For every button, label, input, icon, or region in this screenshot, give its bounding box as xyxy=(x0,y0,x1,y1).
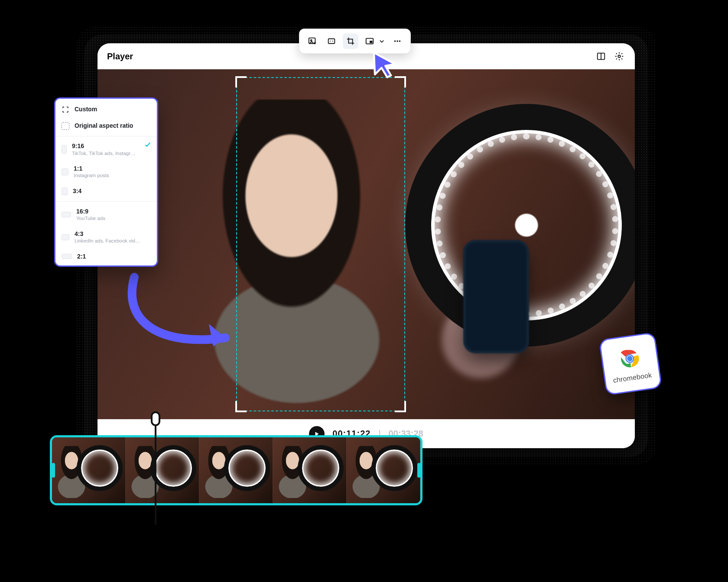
timeline-thumb[interactable] xyxy=(52,437,126,503)
chromebook-label: chromebook xyxy=(613,372,653,385)
aspect-label: 16:9 xyxy=(76,208,105,216)
player-window: Player 00:11:22 | 00:33:28 xyxy=(98,43,635,448)
demo-cursor-icon xyxy=(369,50,400,82)
crop-button[interactable] xyxy=(343,33,358,49)
header-icon-group xyxy=(595,50,625,62)
selected-check-icon xyxy=(144,141,152,150)
add-image-button[interactable] xyxy=(305,33,320,49)
ratio-shape-icon xyxy=(62,212,71,217)
picture-in-picture-dropdown[interactable] xyxy=(377,33,386,49)
timeline-thumb[interactable] xyxy=(347,437,420,503)
original-ratio-icon xyxy=(62,122,69,130)
aspect-label: 2:1 xyxy=(77,253,86,261)
clip-trim-handle-right[interactable] xyxy=(417,463,421,478)
settings-gear-icon[interactable] xyxy=(613,50,625,62)
aspect-label: 4:3 xyxy=(75,230,140,238)
fit-button[interactable] xyxy=(324,33,339,49)
ratio-shape-icon xyxy=(62,254,72,259)
aspect-sub: LinkedIn ads, Facebook vid… xyxy=(75,238,140,244)
crop-handle-top-left[interactable] xyxy=(235,76,247,87)
timeline-thumb[interactable] xyxy=(199,437,273,503)
aspect-option-16-9[interactable]: 16:9 YouTube ads xyxy=(55,201,157,226)
aspect-option-original[interactable]: Original aspect ratio xyxy=(55,118,157,134)
crop-handle-bottom-left[interactable] xyxy=(235,401,247,412)
crop-selection[interactable] xyxy=(236,77,405,411)
picture-in-picture-group xyxy=(362,33,386,49)
aspect-label: Original aspect ratio xyxy=(75,122,133,130)
crop-handle-bottom-right[interactable] xyxy=(395,401,406,412)
split-view-icon[interactable] xyxy=(595,50,607,62)
svg-point-10 xyxy=(394,40,396,42)
aspect-sub: YouTube ads xyxy=(76,215,105,221)
timeline-filmstrip[interactable] xyxy=(50,435,422,505)
ratio-shape-icon xyxy=(62,188,68,195)
svg-point-2 xyxy=(618,55,621,58)
chrome-logo-icon xyxy=(615,344,644,373)
aspect-option-1-1[interactable]: 1:1 Instagram posts xyxy=(55,161,157,183)
playhead-stem xyxy=(155,425,156,525)
timeline-thumb[interactable] xyxy=(126,437,199,503)
aspect-label: Custom xyxy=(75,106,97,113)
clip-trim-handle-left[interactable] xyxy=(52,463,55,478)
aspect-option-9-16[interactable]: 9:16 TikTok, TikTok ads, Instagr… xyxy=(55,136,157,161)
svg-rect-5 xyxy=(328,39,335,44)
guide-arrow-icon xyxy=(117,273,247,361)
video-phone xyxy=(466,242,526,351)
aspect-option-custom[interactable]: Custom xyxy=(55,101,157,118)
svg-point-12 xyxy=(399,40,401,42)
aspect-option-3-4[interactable]: 3:4 xyxy=(55,183,157,200)
svg-point-7 xyxy=(332,41,333,42)
timeline-thumb[interactable] xyxy=(273,437,347,503)
chromebook-badge: chromebook xyxy=(599,332,663,396)
ratio-shape-icon xyxy=(62,168,68,175)
aspect-option-2-1[interactable]: 2:1 xyxy=(55,249,157,265)
playhead-knob[interactable] xyxy=(151,411,160,426)
ratio-shape-icon xyxy=(62,145,67,154)
svg-point-11 xyxy=(396,40,398,42)
video-canvas[interactable] xyxy=(98,69,635,419)
aspect-label: 3:4 xyxy=(73,188,81,195)
aspect-label: 1:1 xyxy=(74,165,109,173)
aspect-label: 9:16 xyxy=(72,142,136,150)
aspect-ratio-panel: Custom Original aspect ratio 9:16 TikTok… xyxy=(54,97,158,267)
player-title: Player xyxy=(107,52,133,61)
aspect-option-4-3[interactable]: 4:3 LinkedIn ads, Facebook vid… xyxy=(55,226,157,249)
aspect-sub: TikTok, TikTok ads, Instagr… xyxy=(72,150,136,156)
svg-rect-9 xyxy=(370,41,372,43)
more-options-button[interactable] xyxy=(390,33,405,49)
ratio-shape-icon xyxy=(62,234,69,240)
svg-point-4 xyxy=(311,40,312,41)
timeline-playhead[interactable] xyxy=(151,411,160,525)
aspect-sub: Instagram posts xyxy=(74,172,109,178)
picture-in-picture-button[interactable] xyxy=(362,33,377,49)
custom-crop-icon xyxy=(62,106,69,113)
svg-point-6 xyxy=(330,41,331,42)
